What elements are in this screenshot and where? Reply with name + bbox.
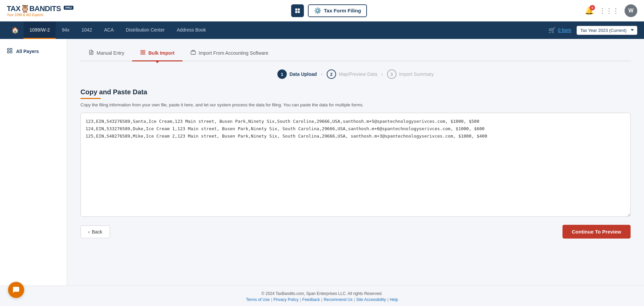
paste-data-textarea[interactable]: 123,EIN,543276589,Santa,Ice Cream,123 Ma… bbox=[80, 113, 631, 217]
stepper: 1 Data Upload › 2 Map/Preview Data › 3 I… bbox=[80, 69, 631, 79]
step-divider-1: › bbox=[317, 71, 327, 77]
svg-rect-11 bbox=[144, 50, 145, 52]
active-tab-indicator bbox=[155, 60, 160, 63]
continue-button[interactable]: Continue To Preview bbox=[562, 225, 631, 239]
tax-year-select[interactable]: Tax Year 2023 (Current) Tax Year 2022 Ta… bbox=[577, 26, 637, 35]
import-tabs: Manual Entry Bulk Import bbox=[80, 46, 631, 61]
footer-sep-5: | bbox=[387, 297, 388, 302]
copy-paste-section: Copy and Paste Data Copy the filing info… bbox=[80, 88, 631, 218]
back-arrow-icon: ‹ bbox=[88, 229, 90, 235]
main-content: Manual Entry Bulk Import bbox=[67, 39, 644, 286]
nav-item-aca[interactable]: ACA bbox=[98, 21, 120, 39]
footer-links: Terms of Use | Privacy Policy | Feedback… bbox=[0, 297, 644, 302]
bulk-import-label: Bulk Import bbox=[148, 50, 174, 56]
footer-link-recommend[interactable]: Recommend Us bbox=[324, 297, 353, 302]
tab-bulk-import[interactable]: Bulk Import bbox=[132, 46, 182, 61]
footer-link-accessibility[interactable]: Site Accessibility bbox=[356, 297, 386, 302]
footer-sep-4: | bbox=[354, 297, 355, 302]
all-payers-label: All Payers bbox=[16, 49, 39, 54]
home-icon: 🏠 bbox=[11, 27, 19, 34]
nav-item-1099w2[interactable]: 1099/W-2 bbox=[23, 21, 56, 39]
center-nav: ⚙️ Tax Form Filing bbox=[291, 4, 367, 17]
footer-sep-2: | bbox=[300, 297, 301, 302]
logo-tax: TAX bbox=[7, 4, 20, 13]
footer-link-terms[interactable]: Terms of Use bbox=[246, 297, 270, 302]
logo-text: TAX🦉BANDITS bbox=[7, 4, 61, 13]
bottom-actions: ‹ Back Continue To Preview bbox=[80, 225, 631, 239]
tagline: Your 1099 & W2 Experts bbox=[7, 13, 44, 17]
section-desc: Copy the filing information from your ow… bbox=[80, 102, 631, 107]
cart-area[interactable]: 🛒 0 form bbox=[548, 27, 571, 34]
section-title: Copy and Paste Data bbox=[80, 88, 631, 96]
step-circle-2: 2 bbox=[327, 69, 336, 79]
logo-top: TAX🦉BANDITS PRO bbox=[7, 4, 73, 13]
svg-rect-2 bbox=[295, 11, 297, 13]
pro-badge: PRO bbox=[64, 6, 74, 10]
main-nav: 🏠 1099/W-2 94x 1042 ACA Distribution Cen… bbox=[0, 21, 644, 39]
svg-rect-7 bbox=[10, 51, 12, 53]
step-label-1: Data Upload bbox=[289, 71, 317, 77]
top-nav: TAX🦉BANDITS PRO Your 1099 & W2 Experts ⚙… bbox=[0, 0, 644, 21]
tax-form-filing-button[interactable]: ⚙️ Tax Form Filing bbox=[308, 4, 367, 17]
sidebar: All Payers bbox=[0, 39, 67, 286]
svg-rect-13 bbox=[144, 53, 145, 54]
gear-icon: ⚙️ bbox=[314, 7, 321, 14]
logo-bandits: BANDITS bbox=[29, 4, 61, 13]
nav-right: 🛒 0 form Tax Year 2023 (Current) Tax Yea… bbox=[548, 26, 637, 35]
footer: © 2024 TaxBandits.com, Span Enterprises … bbox=[0, 286, 644, 306]
avatar[interactable]: W bbox=[625, 4, 637, 17]
svg-rect-0 bbox=[295, 8, 297, 10]
footer-link-privacy[interactable]: Privacy Policy bbox=[273, 297, 299, 302]
nav-item-1042[interactable]: 1042 bbox=[75, 21, 98, 39]
accounting-import-icon bbox=[191, 50, 196, 56]
nav-item-address-book[interactable]: Address Book bbox=[171, 21, 212, 39]
content-area: All Payers Manual Entry bbox=[0, 39, 644, 286]
sidebar-item-all-payers[interactable]: All Payers bbox=[0, 44, 67, 58]
svg-rect-6 bbox=[7, 51, 9, 53]
step-circle-3: 3 bbox=[387, 69, 396, 79]
svg-rect-4 bbox=[7, 48, 9, 50]
footer-sep-3: | bbox=[321, 297, 322, 302]
back-label: Back bbox=[92, 229, 102, 235]
step-label-2: Map/Preview Data bbox=[339, 71, 377, 77]
footer-link-feedback[interactable]: Feedback bbox=[302, 297, 320, 302]
bulk-import-icon bbox=[140, 50, 146, 56]
svg-rect-5 bbox=[10, 48, 12, 50]
tab-manual-entry[interactable]: Manual Entry bbox=[80, 46, 132, 61]
bell-button[interactable]: 🔔 0 bbox=[585, 6, 594, 15]
nav-item-distribution-center[interactable]: Distribution Center bbox=[120, 21, 171, 39]
section-underline bbox=[80, 98, 101, 99]
switch-button[interactable] bbox=[291, 4, 304, 17]
cart-link[interactable]: 0 form bbox=[558, 28, 571, 33]
nav-item-94x[interactable]: 94x bbox=[56, 21, 75, 39]
back-button[interactable]: ‹ Back bbox=[80, 225, 110, 238]
step-divider-2: › bbox=[377, 71, 387, 77]
chat-bubble[interactable] bbox=[8, 282, 24, 298]
cart-icon: 🛒 bbox=[548, 27, 556, 34]
manual-entry-label: Manual Entry bbox=[97, 50, 124, 56]
manual-entry-icon bbox=[89, 50, 94, 56]
step-1: 1 Data Upload bbox=[277, 69, 317, 79]
svg-rect-10 bbox=[141, 50, 143, 52]
step-2: 2 Map/Preview Data bbox=[327, 69, 377, 79]
step-3: 3 Import Summary bbox=[387, 69, 434, 79]
footer-copyright: © 2024 TaxBandits.com, Span Enterprises … bbox=[0, 291, 644, 296]
right-nav: 🔔 0 ⋮⋮⋮ W bbox=[585, 4, 637, 17]
all-payers-icon bbox=[7, 48, 13, 55]
accounting-import-label: Import From Accounting Software bbox=[199, 50, 268, 56]
svg-rect-1 bbox=[298, 8, 300, 10]
footer-sep-1: | bbox=[271, 297, 272, 302]
grid-button[interactable]: ⋮⋮⋮ bbox=[599, 7, 619, 15]
svg-rect-12 bbox=[141, 53, 143, 54]
tab-import-accounting[interactable]: Import From Accounting Software bbox=[182, 46, 276, 61]
footer-link-help[interactable]: Help bbox=[390, 297, 398, 302]
home-button[interactable]: 🏠 bbox=[7, 21, 23, 39]
tax-form-filing-label: Tax Form Filing bbox=[324, 8, 361, 13]
bell-badge: 0 bbox=[590, 5, 595, 10]
logo-owl: 🦉 bbox=[20, 4, 30, 13]
svg-rect-3 bbox=[298, 11, 300, 13]
logo-area: TAX🦉BANDITS PRO Your 1099 & W2 Experts bbox=[7, 4, 73, 17]
step-label-3: Import Summary bbox=[399, 71, 434, 77]
step-circle-1: 1 bbox=[277, 69, 287, 79]
